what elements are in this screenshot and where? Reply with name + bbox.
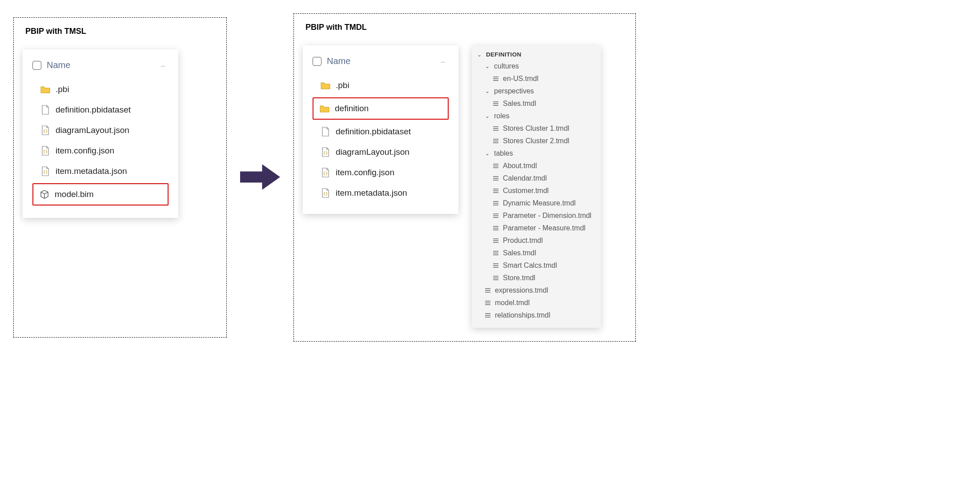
svg-text:{}: {} xyxy=(323,192,328,196)
sort-caret-icon[interactable]: ︿ xyxy=(441,58,446,65)
tree-folder-label: roles xyxy=(494,112,510,120)
tree-folder-label: tables xyxy=(494,149,513,157)
left-file-list: .pbidefinition.pbidataset{}diagramLayout… xyxy=(32,79,169,205)
tree-file[interactable]: Product.tmdl xyxy=(476,234,593,247)
svg-text:{}: {} xyxy=(43,170,48,174)
file-name-label: item.config.json xyxy=(56,146,114,156)
left-file-explorer: Name ︿ .pbidefinition.pbidataset{}diagra… xyxy=(23,49,178,218)
cube-icon xyxy=(40,189,49,199)
tree-file-label: Store.tmdl xyxy=(503,274,535,282)
tree-file[interactable]: model.tmdl xyxy=(476,297,593,309)
file-row[interactable]: {}item.metadata.json xyxy=(313,183,449,203)
tree-file[interactable]: Smart Calcs.tmdl xyxy=(476,259,593,272)
column-header-row: Name ︿ xyxy=(32,60,169,76)
file-row[interactable]: model.bim xyxy=(32,183,169,205)
tree-file[interactable]: Calendar.tmdl xyxy=(476,172,593,185)
lines-file-icon xyxy=(492,275,499,281)
tree-file[interactable]: Stores Cluster 1.tmdl xyxy=(476,122,593,135)
file-row[interactable]: definition.pbidataset xyxy=(313,121,449,142)
right-container: PBIP with TMDL Name ︿ .pbidefinitiondefi… xyxy=(293,13,636,342)
svg-text:{}: {} xyxy=(323,171,328,176)
sort-caret-icon[interactable]: ︿ xyxy=(161,62,166,69)
svg-marker-3 xyxy=(240,164,280,190)
lines-file-icon xyxy=(484,312,491,318)
tree-file-label: Stores Cluster 2.tmdl xyxy=(503,137,569,145)
file-name-label: diagramLayout.json xyxy=(56,125,129,135)
tree-file[interactable]: Sales.tmdl xyxy=(476,97,593,110)
tree-file-label: Smart Calcs.tmdl xyxy=(503,262,557,270)
tree-file[interactable]: Customer.tmdl xyxy=(476,185,593,197)
tree-root[interactable]: ⌄DEFINITION xyxy=(476,49,593,60)
tree-file[interactable]: About.tmdl xyxy=(476,160,593,172)
tree-file[interactable]: expressions.tmdl xyxy=(476,284,593,297)
svg-text:{}: {} xyxy=(43,149,48,154)
file-row[interactable]: {}item.config.json xyxy=(313,162,449,183)
lines-file-icon xyxy=(492,188,499,194)
tree-file[interactable]: Parameter - Measure.tmdl xyxy=(476,222,593,234)
tree-file-label: expressions.tmdl xyxy=(495,286,548,294)
chevron-down-icon[interactable]: ⌄ xyxy=(484,88,490,94)
diagram-root: PBIP with TMSL Name ︿ .pbidefinition.pbi… xyxy=(13,13,967,342)
left-title: PBIP with TMSL xyxy=(25,27,213,36)
tree-file[interactable]: relationships.tmdl xyxy=(476,309,593,322)
json-icon: {} xyxy=(40,166,50,176)
chevron-down-icon[interactable]: ⌄ xyxy=(484,63,490,69)
file-name-label: diagramLayout.json xyxy=(336,147,410,157)
file-name-label: item.metadata.json xyxy=(56,166,127,176)
lines-file-icon xyxy=(484,287,491,294)
tree-folder-label: perspectives xyxy=(494,87,534,95)
file-name-label: definition.pbidataset xyxy=(56,105,131,115)
file-row[interactable]: {}item.metadata.json xyxy=(32,161,169,181)
json-icon: {} xyxy=(321,188,330,198)
tree-file[interactable]: Stores Cluster 2.tmdl xyxy=(476,135,593,147)
tree-file[interactable]: Parameter - Dimension.tmdl xyxy=(476,209,593,222)
folder-icon xyxy=(40,85,50,94)
lines-file-icon xyxy=(492,76,499,82)
lines-file-icon xyxy=(492,175,499,181)
tree-folder[interactable]: ⌄tables xyxy=(476,147,593,160)
json-icon: {} xyxy=(40,125,50,135)
tree-file-label: en-US.tmdl xyxy=(503,75,538,83)
tree-root-label: DEFINITION xyxy=(486,51,522,58)
tree-file-label: Dynamic Measure.tmdl xyxy=(503,199,576,207)
tree-file[interactable]: Dynamic Measure.tmdl xyxy=(476,197,593,209)
folder-icon xyxy=(320,104,329,113)
file-row[interactable]: definition.pbidataset xyxy=(32,100,169,120)
file-row[interactable]: .pbi xyxy=(313,75,449,96)
arrow-icon xyxy=(240,161,280,194)
tree-file[interactable]: Sales.tmdl xyxy=(476,247,593,259)
file-name-label: .pbi xyxy=(336,81,349,90)
svg-text:{}: {} xyxy=(43,129,48,133)
chevron-down-icon[interactable]: ⌄ xyxy=(476,52,482,58)
name-column-header[interactable]: Name xyxy=(47,60,70,70)
tree-file-label: model.tmdl xyxy=(495,299,530,307)
lines-file-icon xyxy=(492,250,499,256)
tree-file-label: Stores Cluster 1.tmdl xyxy=(503,125,569,133)
tree-folder[interactable]: ⌄cultures xyxy=(476,60,593,72)
tree-folder[interactable]: ⌄roles xyxy=(476,110,593,122)
select-all-checkbox-icon[interactable] xyxy=(32,61,41,70)
lines-file-icon xyxy=(492,213,499,219)
chevron-down-icon[interactable]: ⌄ xyxy=(484,150,490,157)
select-all-checkbox-icon[interactable] xyxy=(313,57,321,66)
file-row[interactable]: {}diagramLayout.json xyxy=(313,142,449,162)
chevron-down-icon[interactable]: ⌄ xyxy=(484,113,490,119)
tree-file[interactable]: Store.tmdl xyxy=(476,272,593,284)
tree-file-label: Calendar.tmdl xyxy=(503,174,547,182)
tree-file[interactable]: en-US.tmdl xyxy=(476,72,593,85)
file-row[interactable]: {}diagramLayout.json xyxy=(32,120,169,141)
lines-file-icon xyxy=(484,300,491,306)
right-file-explorer: Name ︿ .pbidefinitiondefinition.pbidatas… xyxy=(303,45,458,214)
file-name-label: model.bim xyxy=(55,189,94,199)
name-column-header[interactable]: Name xyxy=(327,56,350,66)
file-row[interactable]: {}item.config.json xyxy=(32,141,169,161)
tree-file-label: Customer.tmdl xyxy=(503,187,549,195)
lines-file-icon xyxy=(492,262,499,269)
file-row[interactable]: definition xyxy=(313,97,449,120)
file-name-label: definition xyxy=(335,104,369,113)
right-title: PBIP with TMDL xyxy=(305,23,622,32)
tree-folder[interactable]: ⌄perspectives xyxy=(476,85,593,97)
tree-file-label: relationships.tmdl xyxy=(495,311,550,319)
file-row[interactable]: .pbi xyxy=(32,79,169,100)
json-icon: {} xyxy=(321,168,330,177)
